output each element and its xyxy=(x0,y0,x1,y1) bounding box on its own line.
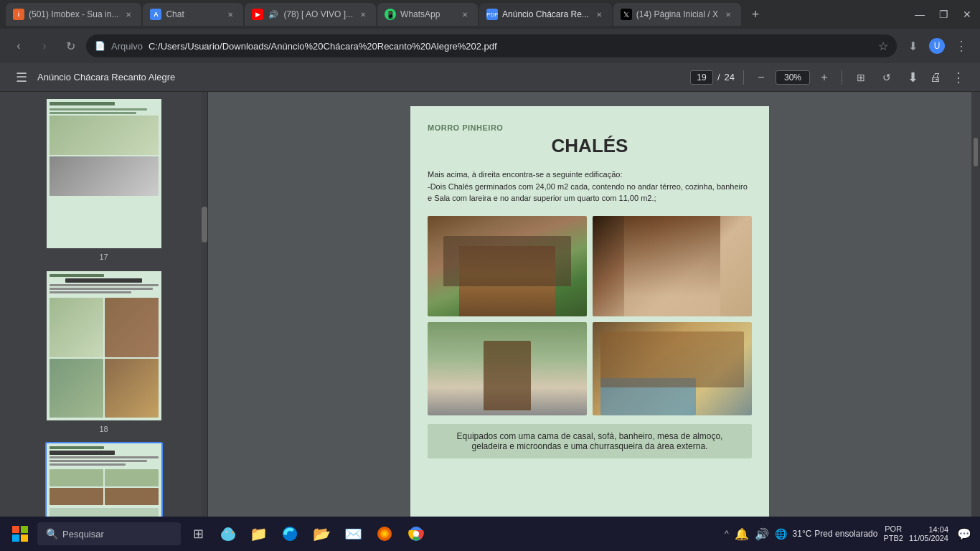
page-description: Mais acima, à direita encontra-se a segu… xyxy=(428,169,752,204)
network-icon[interactable]: 🌐 xyxy=(775,528,787,540)
photo-chalet-interior xyxy=(593,216,752,316)
new-tab-button[interactable]: + xyxy=(745,4,765,24)
svg-rect-0 xyxy=(12,526,19,533)
taskbar: 🔍 Pesquisar ⊞ 📁 📂 ✉️ xyxy=(0,517,980,551)
thumbnail-item-17[interactable]: 17 xyxy=(45,98,163,261)
bird-app[interactable] xyxy=(215,521,241,547)
weather-temp: 31°C xyxy=(793,529,812,539)
pdf-divider-2 xyxy=(842,70,842,85)
browser-profile-icon[interactable]: U xyxy=(927,36,947,56)
tab-label-imobex: (501) Imobex - Sua in... xyxy=(29,9,118,19)
page-section-label: MORRO PINHEIRO xyxy=(428,123,752,132)
pdf-divider-1 xyxy=(743,70,744,85)
pdf-print-button[interactable]: 🖨 xyxy=(925,67,946,88)
task-view-button[interactable]: ⊞ xyxy=(184,519,212,548)
tab-favicon-youtube: ▶ xyxy=(252,9,263,20)
pdf-current-page[interactable] xyxy=(690,70,713,85)
svg-point-7 xyxy=(226,531,227,532)
tab-youtube[interactable]: ▶ 🔊 (78) [ AO VIVO ]... ✕ xyxy=(245,3,376,26)
back-button[interactable]: ‹ xyxy=(9,36,29,56)
language-code: POR xyxy=(885,524,902,534)
restore-button[interactable]: ❐ xyxy=(936,6,951,23)
pdf-viewer: ☰ Anúncio Chácara Recanto Alegre / 24 − … xyxy=(0,63,980,551)
clock[interactable]: 14:04 11/05/2024 xyxy=(909,525,948,542)
tab-close-twitter[interactable]: ✕ xyxy=(722,9,734,20)
thumbnail-img-18 xyxy=(47,271,161,420)
page-title: CHALÉS xyxy=(428,135,752,157)
browser-menu-button[interactable]: ⋮ xyxy=(951,36,971,56)
tab-imobex[interactable]: i (501) Imobex - Sua in... ✕ xyxy=(6,3,141,26)
tab-favicon-pdf: PDF xyxy=(486,9,498,20)
tab-twitter[interactable]: 𝕏 (14) Página Inicial / X ✕ xyxy=(613,3,741,26)
thumbnail-item-18[interactable]: 18 xyxy=(45,270,163,433)
tab-close-imobex[interactable]: ✕ xyxy=(123,9,134,20)
taskbar-app-mail[interactable]: ✉️ xyxy=(339,519,367,548)
photo-chalet-bedroom xyxy=(593,322,752,415)
weather-widget[interactable]: 31°C Pred ensolarado xyxy=(793,529,878,539)
browser-window: i (501) Imobex - Sua in... ✕ A Chat ✕ ▶ … xyxy=(0,0,980,551)
caption-box: Equipados com uma cama de casal, sofá, b… xyxy=(428,424,752,458)
caption-text: Equipados com uma cama de casal, sofá, b… xyxy=(457,431,723,451)
refresh-button[interactable]: ↻ xyxy=(60,36,80,56)
pdf-zoom-in-button[interactable]: + xyxy=(816,69,833,86)
thumbnail-num-17: 17 xyxy=(99,253,108,261)
close-window-button[interactable]: ✕ xyxy=(960,6,974,23)
volume-icon[interactable]: 🔊 xyxy=(755,527,769,541)
pdf-page-controls: / 24 xyxy=(690,70,735,85)
tab-close-whatsapp[interactable]: ✕ xyxy=(459,9,471,20)
system-tray: ^ 🔔 🔊 🌐 31°C Pred ensolarado POR PTB2 14… xyxy=(725,524,974,543)
pdf-toolbar-right: ⬇ 🖨 ⋮ xyxy=(903,67,969,88)
thumbnail-num-18: 18 xyxy=(99,425,108,433)
svg-rect-3 xyxy=(21,534,28,542)
pdf-more-button[interactable]: ⋮ xyxy=(948,67,969,88)
thumbnail-panel[interactable]: 17 xyxy=(0,92,208,551)
tab-close-pdf[interactable]: ✕ xyxy=(593,9,605,20)
thumbnail-scroll[interactable] xyxy=(202,92,207,551)
address-scheme: Arquivo xyxy=(111,41,143,52)
window-controls: — ❐ ✕ xyxy=(912,6,974,23)
notification-area[interactable]: ^ xyxy=(725,529,729,539)
language-indicator[interactable]: POR PTB2 xyxy=(883,524,903,543)
pdf-fit-button[interactable]: ⊞ xyxy=(851,67,871,88)
right-scrollbar[interactable] xyxy=(971,92,980,551)
taskbar-search[interactable]: 🔍 Pesquisar xyxy=(37,522,181,545)
tab-label-chat: Chat xyxy=(166,9,220,19)
tab-audio-icon[interactable]: 🔊 xyxy=(268,9,279,20)
pdf-menu-button[interactable]: ☰ xyxy=(11,67,32,88)
pdf-page-separator: / xyxy=(717,72,720,83)
taskbar-app-files[interactable]: 📁 xyxy=(244,519,273,548)
search-placeholder: Pesquisar xyxy=(62,529,104,540)
tab-favicon-twitter: 𝕏 xyxy=(621,9,632,20)
forward-button[interactable]: › xyxy=(34,36,55,56)
pdf-page-area[interactable]: MORRO PINHEIRO CHALÉS Mais acima, à dire… xyxy=(208,92,971,551)
pdf-rotate-button[interactable]: ↺ xyxy=(877,67,897,88)
pdf-download-button[interactable]: ⬇ xyxy=(903,67,923,88)
minimize-button[interactable]: — xyxy=(912,6,928,23)
toolbar-right: ⬇ U ⋮ xyxy=(903,36,971,56)
taskbar-app-chrome[interactable] xyxy=(402,519,430,548)
bookmark-icon[interactable]: ☆ xyxy=(878,39,888,53)
tab-favicon-imobex: i xyxy=(13,9,24,20)
pdf-zoom-out-button[interactable]: − xyxy=(753,69,770,86)
action-center-button[interactable]: 💬 xyxy=(954,527,974,541)
taskbar-app-edge[interactable] xyxy=(275,519,304,548)
tab-label-twitter: (14) Página Inicial / X xyxy=(636,9,718,19)
thumbnail-frame-17 xyxy=(45,98,163,250)
pdf-page-content: MORRO PINHEIRO CHALÉS Mais acima, à dire… xyxy=(410,106,769,551)
tab-close-youtube[interactable]: ✕ xyxy=(357,9,369,20)
tab-chat[interactable]: A Chat ✕ xyxy=(143,3,243,26)
tab-close-chat[interactable]: ✕ xyxy=(225,9,236,20)
start-button[interactable] xyxy=(6,519,34,548)
tab-favicon-chat: A xyxy=(150,9,161,20)
tab-pdf[interactable]: PDF Anúncio Chácara Re... ✕ xyxy=(479,3,612,26)
address-input[interactable]: 📄 Arquivo C:/Users/Usuario/Downloads/Anú… xyxy=(86,34,897,57)
browser-download-icon[interactable]: ⬇ xyxy=(903,36,923,56)
photo-grid xyxy=(428,216,752,415)
thumbnail-frame-18 xyxy=(45,270,163,422)
notification-icon[interactable]: 🔔 xyxy=(735,527,749,541)
tab-whatsapp[interactable]: 📱 WhatsApp ✕ xyxy=(377,3,478,26)
pdf-zoom-input[interactable] xyxy=(776,70,810,85)
taskbar-app-folder[interactable]: 📂 xyxy=(307,519,336,548)
tab-bar: i (501) Imobex - Sua in... ✕ A Chat ✕ ▶ … xyxy=(0,0,980,29)
taskbar-app-firefox[interactable] xyxy=(370,519,399,548)
